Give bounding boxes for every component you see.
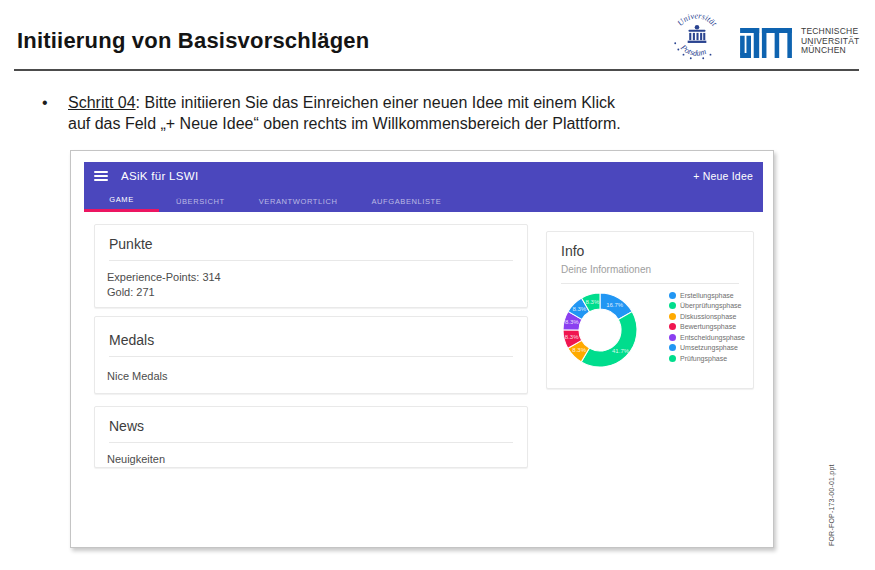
tab-verantwortlich[interactable]: VERANTWORTLICH bbox=[242, 190, 355, 212]
bullet-text: Schritt 04: Bitte initiieren Sie das Ein… bbox=[68, 92, 782, 134]
info-card-title: Info bbox=[547, 232, 753, 267]
app-screenshot-frame: ASiK für LSWI + Neue Idee GAMEÜBERSICHTV… bbox=[70, 150, 774, 548]
menu-icon[interactable] bbox=[94, 171, 108, 181]
slide-footer-code: FOR-FOP-173-00-01.ppt bbox=[828, 464, 835, 546]
app-bar: ASiK für LSWI + Neue Idee GAMEÜBERSICHTV… bbox=[84, 162, 763, 212]
legend-dot bbox=[669, 302, 676, 309]
medals-body: Nice Medals bbox=[95, 357, 527, 393]
slide: Initiierung von Basisvorschlägen Univers… bbox=[0, 0, 875, 570]
svg-text:Potsdam: Potsdam bbox=[678, 42, 707, 58]
donut-chart: 16.7%41.7%8.3%8.3%8.3%8.3%8.3% bbox=[557, 287, 643, 373]
legend-label: Erstellungsphase bbox=[680, 292, 734, 299]
legend-label: Umsetzungsphase bbox=[680, 344, 738, 351]
chart-legend: ErstellungsphaseÜberprüfungsphaseDiskuss… bbox=[669, 290, 745, 364]
legend-item[interactable]: Erstellungsphase bbox=[669, 290, 745, 301]
legend-label: Prüfungsphase bbox=[680, 355, 727, 362]
donut-segment-1[interactable] bbox=[581, 312, 637, 367]
donut-wrap: 16.7%41.7%8.3%8.3%8.3%8.3%8.3% bbox=[557, 287, 643, 373]
tum-wordmark: TECHNISCHE UNIVERSITÄT MÜNCHEN bbox=[801, 27, 859, 56]
tum-line-3: MÜNCHEN bbox=[801, 46, 859, 56]
potsdam-seal-icon: Universität Potsdam bbox=[669, 8, 725, 64]
donut-label: 41.7% bbox=[612, 348, 630, 354]
donut-label: 8.3% bbox=[586, 299, 600, 305]
page-title: Initiierung von Basisvorschlägen bbox=[17, 28, 369, 54]
punkte-body: Experience-Points: 314Gold: 271 bbox=[95, 261, 527, 309]
tab-bar: GAMEÜBERSICHTVERANTWORTLICHAUFGABENLISTE bbox=[84, 190, 763, 212]
divider bbox=[561, 283, 739, 284]
medals-card-title: Medals bbox=[95, 317, 527, 356]
legend-item[interactable]: Diskussionsphase bbox=[669, 311, 745, 322]
punkte-card: Punkte Experience-Points: 314Gold: 271 bbox=[94, 224, 528, 308]
uni-potsdam-logo: Universität Potsdam bbox=[669, 8, 725, 68]
legend-item[interactable]: Entscheidungsphase bbox=[669, 332, 745, 343]
tab-game[interactable]: GAME bbox=[84, 190, 159, 212]
legend-dot bbox=[669, 313, 676, 320]
toolbar: ASiK für LSWI + Neue Idee bbox=[84, 162, 763, 190]
legend-label: Bewertungsphase bbox=[680, 323, 736, 330]
punkte-card-title: Punkte bbox=[95, 225, 527, 260]
tab-aufgabenliste[interactable]: AUFGABENLISTE bbox=[354, 190, 458, 212]
legend-dot bbox=[669, 323, 676, 330]
legend-item[interactable]: Bewertungsphase bbox=[669, 322, 745, 333]
donut-label: 8.3% bbox=[565, 319, 579, 325]
info-card-subtitle: Deine Informationen bbox=[547, 264, 753, 283]
legend-dot bbox=[669, 334, 676, 341]
news-body: Neuigkeiten bbox=[95, 443, 527, 476]
legend-item[interactable]: Umsetzungsphase bbox=[669, 343, 745, 354]
bullet-item: • Schritt 04: Bitte initiieren Sie das E… bbox=[42, 92, 782, 134]
news-card-title: News bbox=[95, 407, 527, 442]
donut-label: 8.3% bbox=[573, 306, 587, 312]
legend-dot bbox=[669, 292, 676, 299]
bullet-glyph: • bbox=[42, 92, 48, 113]
new-idea-button[interactable]: + Neue Idee bbox=[693, 170, 753, 182]
legend-item[interactable]: Überprüfungsphase bbox=[669, 301, 745, 312]
legend-label: Überprüfungsphase bbox=[680, 302, 742, 309]
step-label: Schritt 04 bbox=[68, 94, 136, 111]
news-card: News Neuigkeiten bbox=[94, 406, 528, 468]
bullet-line-1: Schritt 04: Bitte initiieren Sie das Ein… bbox=[68, 92, 782, 113]
legend-dot bbox=[669, 344, 676, 351]
app-title: ASiK für LSWI bbox=[121, 170, 198, 182]
donut-label: 8.3% bbox=[572, 347, 586, 353]
medals-card: Medals Nice Medals bbox=[94, 316, 528, 394]
legend-label: Entscheidungsphase bbox=[680, 334, 745, 341]
punkte-line: Experience-Points: 314 bbox=[107, 270, 515, 285]
legend-item[interactable]: Prüfungsphase bbox=[669, 353, 745, 364]
tab-übersicht[interactable]: ÜBERSICHT bbox=[159, 190, 242, 212]
tum-logo bbox=[738, 28, 794, 62]
tum-logo-icon bbox=[738, 28, 794, 58]
title-rule bbox=[14, 69, 859, 71]
legend-dot bbox=[669, 355, 676, 362]
info-card: Info Deine Informationen 16.7%41.7%8.3%8… bbox=[546, 231, 754, 389]
donut-label: 16.7% bbox=[606, 302, 624, 308]
punkte-line: Gold: 271 bbox=[107, 285, 515, 300]
donut-label: 8.3% bbox=[565, 334, 579, 340]
legend-label: Diskussionsphase bbox=[680, 313, 736, 320]
bullet-line-2: auf das Feld „+ Neue Idee“ oben rechts i… bbox=[68, 113, 782, 134]
